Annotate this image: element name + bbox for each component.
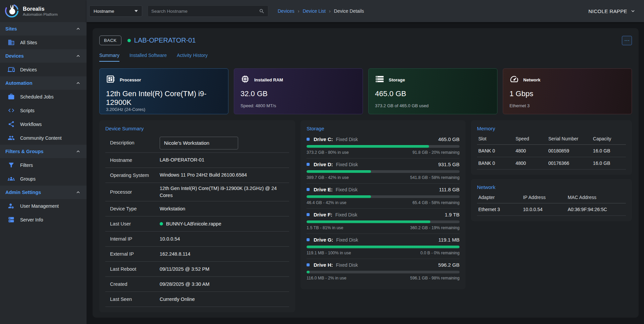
more-actions-button[interactable]: ⋯ — [622, 36, 632, 45]
table-cell: 10.0.0.54 — [522, 203, 566, 216]
sidebar-section-header[interactable]: Admin Settings — [0, 186, 87, 199]
sidebar-item-server-info[interactable]: Server Info — [0, 213, 87, 226]
summary-label: Device Type — [110, 206, 160, 212]
summary-value: Workstation — [160, 205, 185, 212]
summary-value-text: 162.248.8.114 — [160, 251, 191, 258]
summary-row-description: Description — [105, 133, 289, 153]
stat-card-subtext: Ethernet 3 — [509, 103, 625, 108]
hostname-filter-value: Hostname — [94, 9, 114, 14]
summary-label: Last Seen — [110, 296, 160, 303]
sidebar-item-label: Server Info — [20, 217, 43, 222]
column-header: Serial Number — [547, 133, 592, 145]
table-cell: 4800 — [514, 157, 547, 170]
sidebar-section-header[interactable]: Sites — [0, 22, 87, 36]
sidebar-section-header[interactable]: Devices — [0, 49, 87, 63]
summary-label: Last Reboot — [110, 266, 160, 272]
drive-size: 931.5 GB — [438, 161, 460, 167]
sidebar-item-filters[interactable]: Filters — [0, 158, 87, 172]
ram-icon — [240, 74, 250, 85]
network-icon — [509, 74, 519, 84]
drive-bullet-icon — [307, 163, 310, 166]
device-details-panel: BACK LAB-OPERATOR-01 ⋯ SummaryInstalled … — [93, 28, 639, 318]
server-icon — [7, 216, 15, 223]
sidebar-item-user-management[interactable]: User Management — [0, 199, 87, 213]
table-row: BANK 048000017636616.0 GB — [477, 157, 626, 170]
column-header: Adapter — [477, 192, 522, 203]
table-cell: BANK 0 — [477, 145, 514, 157]
stat-card-title: Storage — [389, 77, 405, 82]
sidebar-section-label: Admin Settings — [5, 190, 41, 195]
sidebar-section-header[interactable]: Filters & Groups — [0, 145, 87, 158]
sidebar-item-devices[interactable]: Devices — [0, 63, 87, 76]
drive-usage-bar — [307, 170, 460, 173]
table-cell: Ethernet 3 — [477, 203, 522, 216]
cpu-icon — [106, 74, 115, 84]
search-box — [148, 5, 268, 17]
summary-value: 162.248.8.114 — [160, 251, 191, 258]
summary-value-text: LAB-OPERATOR-01 — [160, 156, 204, 164]
summary-value-text: 10.0.0.54 — [160, 236, 180, 243]
stat-card-processor: Processor12th Gen Intel(R) Core(TM) i9-1… — [99, 68, 228, 114]
tab-summary[interactable]: Summary — [99, 53, 119, 62]
stat-card-value: 12th Gen Intel(R) Core(TM) i9-12900K — [106, 89, 222, 107]
summary-value: Currently Online — [160, 296, 195, 303]
topbar: Hostname Devices›Device List›Device Deta… — [87, 0, 644, 22]
summary-value-text: BUNNY-LAB\nicole.rappe — [166, 220, 221, 228]
summary-row-last-user: Last UserBUNNY-LAB\nicole.rappe — [105, 216, 289, 232]
drive-used: 116.0 MB - 2% in use — [307, 276, 346, 280]
sidebar-item-workflows[interactable]: Workflows — [0, 117, 87, 131]
tab-activity-history[interactable]: Activity History — [177, 53, 208, 62]
sidebar-item-scripts[interactable]: Scripts — [0, 104, 87, 117]
back-button[interactable]: BACK — [99, 36, 121, 45]
stat-card-header: Network — [509, 74, 625, 85]
summary-value-text: 12th Gen Intel(R) Core(TM) i9-12900K (3.… — [160, 185, 289, 199]
column-header: Speed — [514, 133, 547, 145]
user-menu[interactable]: NICOLE RAPPE — [588, 8, 636, 14]
sidebar-item-label: User Management — [20, 203, 59, 209]
chevron-down-icon — [630, 8, 636, 14]
table-cell: 16.0 GB — [592, 157, 626, 170]
sidebar-item-groups[interactable]: Groups — [0, 172, 87, 186]
hostname-filter-dropdown[interactable]: Hostname — [89, 5, 142, 17]
tabs: SummaryInstalled SoftwareActivity Histor… — [99, 53, 632, 62]
breadcrumb-devices[interactable]: Devices — [278, 8, 294, 14]
description-input[interactable] — [160, 137, 238, 149]
summary-value: 09/28/2025 @ 3:30 AM — [160, 281, 210, 288]
people-icon — [7, 134, 15, 142]
drive-type: Fixed Disk — [336, 162, 358, 167]
borealis-rabbit-logo — [4, 3, 19, 19]
table-row: BANK 048000018085916.0 GB — [477, 145, 626, 157]
table-cell: 00176366 — [547, 157, 592, 170]
filter-icon — [7, 161, 15, 169]
table-cell: 00180859 — [547, 145, 592, 157]
code-icon — [7, 107, 15, 114]
user-name: NICOLE RAPPE — [588, 8, 627, 14]
sidebar-item-community-content[interactable]: Community Content — [0, 131, 87, 145]
summary-value-text: 09/28/2025 @ 3:30 AM — [160, 281, 210, 288]
summary-row-created: Created09/28/2025 @ 3:30 AM — [105, 277, 289, 292]
storage-panel: Storage Drive C:Fixed Disk465.0 GB373.2 … — [301, 120, 466, 289]
tab-installed-software[interactable]: Installed Software — [129, 53, 167, 62]
sidebar-section-header[interactable]: Automation — [0, 76, 87, 90]
sidebar-section-label: Filters & Groups — [5, 149, 44, 154]
sidebar-item-scheduled-jobs[interactable]: Scheduled Jobs — [0, 90, 87, 104]
search-input[interactable] — [151, 9, 259, 14]
drive-name: Drive E: — [314, 187, 333, 192]
stat-card-subtext: Speed: 4800 MT/s — [240, 103, 356, 108]
breadcrumb-device-list[interactable]: Device List — [303, 8, 325, 14]
network-title: Network — [477, 184, 626, 190]
stat-card-value: 32.0 GB — [240, 89, 356, 98]
drive-usage-bar — [307, 246, 460, 248]
storage-icon — [375, 74, 384, 84]
sidebar-item-all-sites[interactable]: All Sites — [0, 36, 87, 49]
breadcrumb: Devices›Device List›Device Details — [278, 8, 364, 14]
table-cell: 4800 — [514, 145, 547, 157]
drive-usage-labels: 389.7 GB - 42% in use541.8 GB - 58% rema… — [307, 175, 460, 180]
network-table: AdapterIP AddressMAC AddressEthernet 310… — [477, 192, 626, 216]
chevron-up-icon — [75, 80, 81, 86]
drive-usage-fill — [307, 220, 430, 223]
table-row: Ethernet 310.0.0.54A0:36:9F:94:26:5C — [477, 203, 626, 216]
network-icon — [509, 74, 519, 85]
sidebar-item-label: Scheduled Jobs — [20, 94, 54, 100]
drive-type: Fixed Disk — [336, 187, 358, 192]
